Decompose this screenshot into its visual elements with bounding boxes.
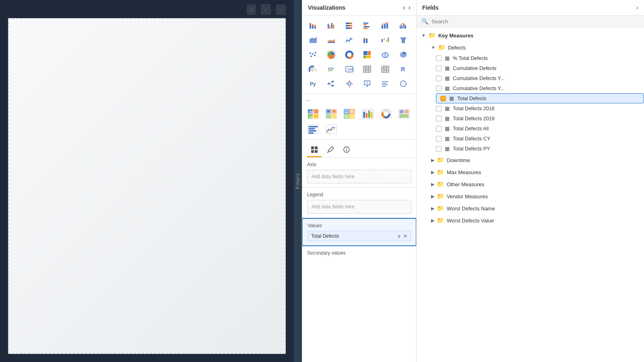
viz-r-visual[interactable]: R [396, 62, 411, 76]
cb-total-cy[interactable] [436, 136, 442, 142]
theme-icon-8[interactable] [324, 122, 339, 136]
viz-area[interactable] [305, 33, 321, 47]
viz-smart-narrative[interactable] [378, 77, 393, 90]
viz-more-button[interactable]: ... [302, 94, 416, 104]
item-total-defects-2019[interactable]: ▦ Total Defects 2019 [436, 113, 644, 123]
cb-cumulative-y2[interactable] [436, 86, 442, 91]
defects-items: ▦ % Total Defects ▦ Cumulative Defects [426, 53, 644, 154]
viz-gauge[interactable] [305, 62, 321, 76]
search-box: 🔍 [417, 16, 644, 27]
item-total-defects-all[interactable]: ▦ Total Defects All [436, 123, 644, 134]
item-total-defects-cy[interactable]: ▦ Total Defects CY [436, 134, 644, 144]
viz-kpi[interactable]: KPI [324, 62, 339, 76]
other-measures-header[interactable]: ▶ 📁 Other Measures [426, 179, 644, 190]
vendor-measures-header[interactable]: ▶ 📁 Vendor Measures [426, 191, 644, 202]
viz-arrow-left[interactable]: ‹ [403, 4, 405, 11]
worst-defects-value-folder-icon: 📁 [437, 217, 444, 224]
viz-arrow-right[interactable]: › [409, 4, 411, 11]
svg-rect-130 [311, 150, 314, 153]
viz-tab-format[interactable] [323, 143, 338, 157]
downtime-header[interactable]: ▶ 📁 Downtime [426, 154, 644, 166]
theme-icon-3[interactable] [342, 107, 357, 121]
values-chip-remove[interactable]: ✕ [403, 233, 407, 239]
measure-icon-cum: ▦ [445, 65, 450, 71]
viz-clustered-bar[interactable] [324, 19, 339, 33]
key-measures-group: ▼ 📁 Key Measures ▼ 📁 Defects [417, 30, 644, 226]
worst-defects-name-header[interactable]: ▶ 📁 Worst Defects Name [426, 203, 644, 214]
theme-icon-1[interactable]: ■■■ ■■■ [305, 107, 321, 121]
worst-defects-value-header[interactable]: ▶ 📁 Worst Defects Value [426, 215, 644, 226]
filter-icon[interactable]: ⧖ [247, 4, 256, 15]
measure-icon-total: ▦ [449, 95, 454, 101]
measure-icon-py: ▦ [445, 146, 450, 152]
cb-total-all[interactable] [436, 126, 442, 132]
viz-matrix[interactable] [378, 62, 393, 76]
theme-icon-2[interactable] [324, 107, 339, 121]
svg-rect-34 [384, 38, 385, 40]
search-input[interactable] [431, 19, 639, 25]
viz-qna[interactable]: ? [359, 77, 375, 90]
worst-defects-name-label: Worst Defects Name [447, 206, 495, 212]
theme-icon-7[interactable] [305, 122, 321, 136]
theme-icon-6[interactable] [396, 107, 412, 121]
viz-stacked-bar-h[interactable] [342, 19, 357, 33]
viz-table[interactable] [359, 62, 375, 76]
viz-ribbon[interactable] [359, 33, 375, 47]
key-measures-header[interactable]: ▼ 📁 Key Measures [417, 30, 644, 41]
legend-drop-zone[interactable]: Add data fields here [307, 200, 411, 214]
viz-donut[interactable] [342, 48, 357, 62]
viz-scatter[interactable] [305, 48, 321, 62]
item-total-defects-2018[interactable]: ▦ Total Defects 2018 [436, 103, 644, 113]
viz-clustered-bar-h[interactable] [359, 19, 375, 33]
viz-key-influencer[interactable] [342, 77, 357, 90]
viz-funnel[interactable] [396, 33, 411, 47]
expand-icon[interactable]: ⤢ [261, 4, 271, 15]
defects-label: Defects [448, 45, 466, 51]
item-total-defects[interactable]: ✓ ▦ Total Defects [436, 93, 644, 103]
svg-point-38 [310, 56, 312, 57]
axis-drop-zone[interactable]: Add data fields here [307, 170, 411, 183]
theme-icon-5[interactable] [378, 107, 394, 121]
defects-header[interactable]: ▼ 📁 Defects [426, 42, 644, 53]
svg-text:■■■: ■■■ [309, 111, 313, 113]
viz-pie[interactable] [324, 48, 339, 62]
viz-tab-analytics[interactable] [339, 143, 354, 157]
cb-cumulative-defects[interactable] [436, 66, 442, 71]
cb-total-defects[interactable]: ✓ [440, 96, 446, 101]
vendor-measures-group: ▶ 📁 Vendor Measures [426, 191, 644, 202]
viz-line-stacked[interactable] [378, 19, 393, 33]
viz-python[interactable]: Py [305, 77, 321, 90]
axis-label: Axis [307, 162, 411, 167]
viz-map[interactable] [378, 48, 393, 62]
viz-tab-fields[interactable] [307, 143, 322, 157]
viz-decomp-tree[interactable] [324, 77, 339, 90]
cb-pct-total-defects[interactable] [436, 56, 442, 61]
filters-sidebar[interactable]: Filters [294, 0, 302, 362]
more-icon[interactable]: ··· [276, 4, 286, 15]
viz-stacked-bar[interactable] [305, 19, 321, 33]
item-cumulative-defects[interactable]: ▦ Cumulative Defects [436, 63, 644, 73]
theme-icon-4[interactable] [360, 107, 376, 121]
viz-filled-map[interactable] [396, 48, 411, 62]
cb-total-2019[interactable] [436, 116, 442, 121]
viz-line[interactable] [342, 33, 357, 47]
viz-stacked-area[interactable] [324, 33, 339, 47]
viz-card[interactable]: 123 [342, 62, 357, 76]
item-cumulative-defects-y2[interactable]: ▦ Cumulative Defects Y... [436, 83, 644, 93]
item-pct-total-defects[interactable]: ▦ % Total Defects [436, 53, 644, 63]
item-total-defects-py[interactable]: ▦ Total Defects PY [436, 144, 644, 154]
fields-expand-icon[interactable]: › [636, 4, 638, 11]
viz-custom[interactable]: ··· [396, 77, 411, 90]
values-chip-text: Total Defects [311, 233, 339, 239]
item-cumulative-defects-y1[interactable]: ▦ Cumulative Defects Y... [436, 73, 644, 83]
viz-waterfall[interactable] [378, 33, 393, 47]
max-measures-header[interactable]: ▶ 📁 Max Measures [426, 167, 644, 178]
svg-rect-9 [333, 25, 334, 29]
cb-total-2018[interactable] [436, 106, 442, 111]
cb-total-py[interactable] [436, 146, 442, 152]
svg-rect-49 [363, 56, 366, 58]
viz-treemap[interactable] [359, 48, 375, 62]
cb-cumulative-y1[interactable] [436, 76, 442, 81]
values-chip-expand[interactable]: ∨ [397, 233, 401, 239]
viz-line-clustered[interactable] [396, 19, 411, 33]
